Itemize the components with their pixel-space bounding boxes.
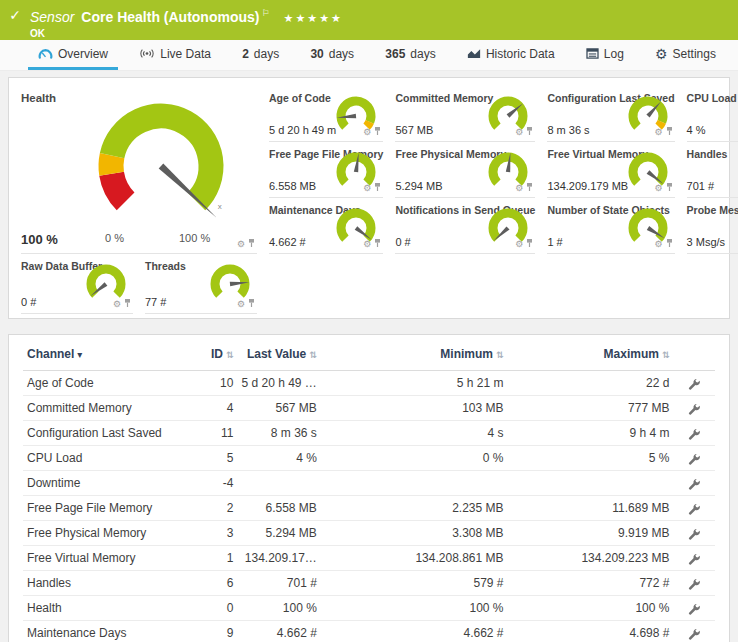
pin-icon[interactable] [526,126,533,138]
gauge-tile-free-page-file-memory[interactable]: Free Page File Memory6.558 MB⚙ [269,142,383,198]
gauge-tile-probe-messages-per-second[interactable]: Probe Messages per Second3 Msg/s⚙ [687,198,738,254]
wrench-icon[interactable] [688,553,700,565]
pin-icon[interactable] [526,238,533,250]
wrench-icon[interactable] [688,503,700,515]
table-row-free-page-file-memory[interactable]: Free Page File Memory26.558 MB2.235 MB11… [23,496,715,521]
priority-stars[interactable]: ★★★★★ [284,12,343,24]
table-row-cpu-load[interactable]: CPU Load54 %0 %5 % [23,446,715,471]
table-row-downtime[interactable]: Downtime-4 [23,471,715,496]
column-label: ID [211,347,223,361]
tab-number: 2 [242,47,249,61]
pin-icon[interactable] [248,238,255,250]
gear-icon[interactable]: ⚙ [515,128,523,137]
pin-icon[interactable] [124,298,131,310]
gear-icon[interactable]: ⚙ [237,240,245,249]
channel-minimum: 100 % [321,596,508,621]
pin-icon[interactable] [526,182,533,194]
gauge-tile-maintenance-days[interactable]: Maintenance Days4.662 #⚙ [269,198,383,254]
wrench-icon[interactable] [688,428,700,440]
tab-365-days[interactable]: 365days [375,40,445,70]
gear-icon[interactable]: ⚙ [515,184,523,193]
table-row-free-virtual-memory[interactable]: Free Virtual Memory1134.209.17…134.208.8… [23,546,715,571]
wrench-icon[interactable] [688,528,700,540]
gear-icon[interactable]: ⚙ [363,240,371,249]
gear-icon[interactable]: ⚙ [237,300,245,309]
wrench-icon[interactable] [688,478,700,490]
table-row-health[interactable]: Health0100 %100 %100 % [23,596,715,621]
gauge-tile-configuration-last-saved[interactable]: Configuration Last Saved8 m 36 s⚙ [547,86,674,142]
channel-settings-button[interactable] [673,521,715,546]
gauge-tile-age-of-code[interactable]: Age of Code5 d 20 h 49 m⚙ [269,86,383,142]
wrench-icon[interactable] [688,453,700,465]
gauge-tile-number-of-state-objects[interactable]: Number of State Objects1 #⚙ [547,198,674,254]
gear-icon[interactable]: ⚙ [655,184,663,193]
channel-settings-button[interactable] [673,621,715,642]
pin-icon[interactable] [666,182,673,194]
gauge-tile-raw-data-buffer[interactable]: Raw Data Buffer0 #⚙ [21,254,133,314]
pin-icon[interactable] [666,126,673,138]
column-header-last-value[interactable]: Last Value⇅ [237,337,320,371]
gauge-tile-notifications-in-send-queue[interactable]: Notifications in Send Queue0 #⚙ [395,198,535,254]
flag-icon[interactable]: ⚐ [261,8,269,18]
tab-overview[interactable]: Overview [28,40,118,70]
channel-settings-button[interactable] [673,596,715,621]
column-header-minimum[interactable]: Minimum⇅ [321,337,508,371]
gear-icon[interactable]: ⚙ [515,240,523,249]
tab-2-days[interactable]: 2days [232,40,289,70]
health-gauge-tile[interactable]: Health x 100 % 0 % 100 % ⚙ [21,86,257,254]
pin-icon[interactable] [374,238,381,250]
channel-settings-button[interactable] [673,446,715,471]
wrench-icon[interactable] [688,378,700,390]
pin-icon[interactable] [248,298,255,310]
wrench-icon[interactable] [688,578,700,590]
tab-settings[interactable]: ⚙Settings [645,40,726,70]
table-row-maintenance-days[interactable]: Maintenance Days94.662 #4.662 #4.698 # [23,621,715,642]
gear-icon[interactable]: ⚙ [363,128,371,137]
channel-settings-button[interactable] [673,471,715,496]
gauge-tile-handles[interactable]: Handles701 #⚙ [687,142,738,198]
column-header-channel[interactable]: Channel▾ [23,337,196,371]
channel-settings-button[interactable] [673,546,715,571]
gauge-value: 701 # [687,180,715,192]
gauge-tile-free-physical-memory[interactable]: Free Physical Memory5.294 MB⚙ [395,142,535,198]
channel-id: -4 [196,471,237,496]
gauge-value: 5.294 MB [395,180,442,192]
channel-settings-button[interactable] [673,571,715,596]
channel-settings-button[interactable] [673,396,715,421]
column-label: Maximum [604,347,659,361]
column-header-maximum[interactable]: Maximum⇅ [508,337,674,371]
pin-icon[interactable] [374,182,381,194]
table-row-configuration-last-saved[interactable]: Configuration Last Saved118 m 36 s4 s9 h… [23,421,715,446]
channel-name: Age of Code [23,371,196,396]
table-row-handles[interactable]: Handles6701 #579 #772 # [23,571,715,596]
table-row-committed-memory[interactable]: Committed Memory4567 MB103 MB777 MB [23,396,715,421]
wrench-icon[interactable] [688,403,700,415]
gauge-icon [38,48,53,59]
wrench-icon[interactable] [688,628,700,640]
tab-30-days[interactable]: 30days [300,40,364,70]
table-row-age-of-code[interactable]: Age of Code105 d 20 h 49 …5 h 21 m22 d [23,371,715,396]
gear-icon[interactable]: ⚙ [655,240,663,249]
channel-id: 4 [196,396,237,421]
tab-live-data[interactable]: Live Data [129,40,221,70]
tab-historic-data[interactable]: Historic Data [457,40,565,70]
gear-icon[interactable]: ⚙ [363,184,371,193]
channel-settings-button[interactable] [673,371,715,396]
pin-icon[interactable] [666,238,673,250]
gauge-tile-free-virtual-memory[interactable]: Free Virtual Memory134.209.179 MB⚙ [547,142,674,198]
channel-settings-button[interactable] [673,421,715,446]
wrench-icon[interactable] [688,603,700,615]
column-header-id[interactable]: ID⇅ [196,337,237,371]
channel-minimum: 0 % [321,446,508,471]
gauge-tile-committed-memory[interactable]: Committed Memory567 MB⚙ [395,86,535,142]
channel-settings-button[interactable] [673,496,715,521]
gauge-tile-threads[interactable]: Threads77 #⚙ [145,254,257,314]
gear-icon[interactable]: ⚙ [655,128,663,137]
table-row-free-physical-memory[interactable]: Free Physical Memory35.294 MB3.308 MB9.9… [23,521,715,546]
gauge-actions: ⚙ [363,126,381,138]
gauge-tile-cpu-load[interactable]: CPU Load4 %⚙ [687,86,738,142]
gear-icon[interactable]: ⚙ [113,300,121,309]
pin-icon[interactable] [374,126,381,138]
gauge-title: CPU Load [687,86,738,104]
tab-log[interactable]: Log [576,40,634,70]
